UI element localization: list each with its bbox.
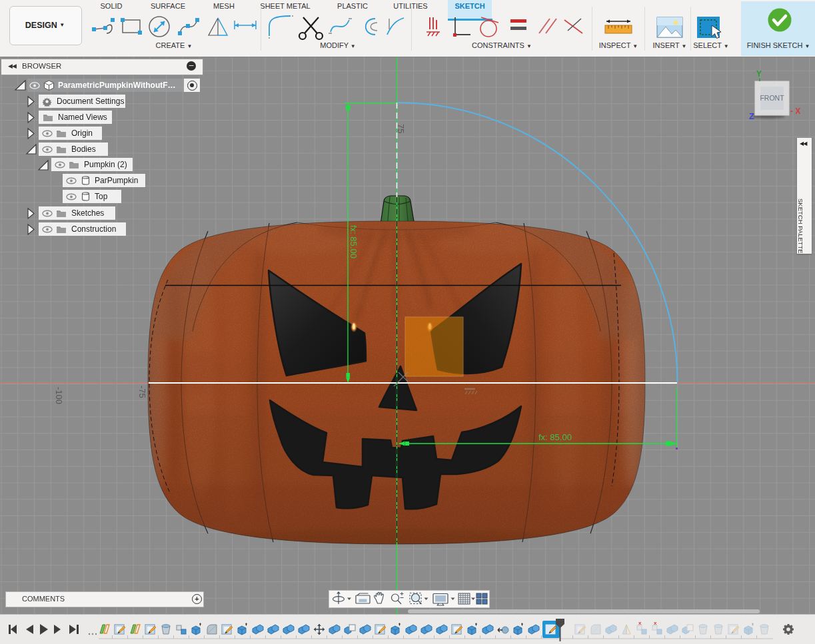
svg-text:fx: 85.00: fx: 85.00 [349,225,359,258]
svg-text:Z: Z [749,111,754,121]
svg-text:FRONT: FRONT [760,94,784,102]
svg-text:Y: Y [756,69,762,79]
svg-text:-100: -100 [54,387,64,404]
svg-text:x: x [654,620,657,626]
svg-text:- X: - X [790,107,800,116]
svg-text:-75: -75 [137,386,147,398]
svg-text:75: 75 [396,124,406,133]
svg-text:x: x [638,620,642,626]
svg-text:fx: 85.00: fx: 85.00 [538,432,572,442]
